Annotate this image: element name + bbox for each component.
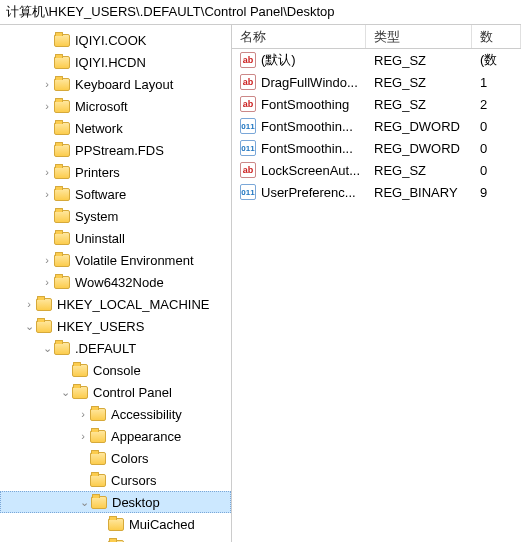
folder-icon [54,100,70,113]
value-type: REG_BINARY [366,185,472,200]
tree-node[interactable]: ⌄HKEY_USERS [0,315,231,337]
tree-node[interactable]: Console [0,359,231,381]
folder-icon [54,78,70,91]
value-row[interactable]: abDragFullWindo...REG_SZ1 [232,71,521,93]
tree-label: Volatile Environment [75,253,194,268]
tree-node[interactable]: ›HKEY_LOCAL_MACHINE [0,293,231,315]
value-name: FontSmoothin... [261,119,353,134]
chevron-down-icon[interactable]: ⌄ [22,320,36,333]
binary-value-icon: 011 [240,118,256,134]
tree-label: Wow6432Node [75,275,164,290]
tree-node[interactable]: IQIYI.HCDN [0,51,231,73]
tree-label: Keyboard Layout [75,77,173,92]
value-name: FontSmoothing [261,97,349,112]
tree-node[interactable]: Uninstall [0,227,231,249]
folder-icon [90,452,106,465]
tree-node[interactable]: ⌄Desktop [0,491,231,513]
tree-node[interactable]: ›Appearance [0,425,231,447]
tree-node[interactable]: Colors [0,447,231,469]
value-row[interactable]: ab(默认)REG_SZ(数 [232,49,521,71]
folder-icon [54,144,70,157]
tree-node[interactable]: ›Microsoft [0,95,231,117]
tree-node[interactable]: System [0,205,231,227]
folder-icon [54,210,70,223]
chevron-right-icon[interactable]: › [76,430,90,442]
chevron-right-icon[interactable]: › [40,254,54,266]
folder-icon [72,386,88,399]
value-name: LockScreenAut... [261,163,360,178]
chevron-right-icon[interactable]: › [40,100,54,112]
tree-node[interactable]: Network [0,117,231,139]
tree-node[interactable]: ›Printers [0,161,231,183]
value-type: REG_SZ [366,163,472,178]
col-name[interactable]: 名称 [232,25,366,48]
value-name: (默认) [261,51,296,69]
binary-value-icon: 011 [240,184,256,200]
folder-icon [72,364,88,377]
value-data: 0 [472,141,521,156]
folder-icon [54,342,70,355]
tree-label: Uninstall [75,231,125,246]
tree-label: Cursors [111,473,157,488]
tree-node[interactable]: WindowMet... [0,535,231,542]
folder-icon [54,254,70,267]
value-row[interactable]: abLockScreenAut...REG_SZ0 [232,159,521,181]
tree-label: HKEY_LOCAL_MACHINE [57,297,209,312]
value-type: REG_DWORD [366,119,472,134]
value-row[interactable]: 011FontSmoothin...REG_DWORD0 [232,137,521,159]
col-type[interactable]: 类型 [366,25,472,48]
chevron-down-icon[interactable]: ⌄ [77,496,91,509]
col-data[interactable]: 数 [472,25,521,48]
value-data: 0 [472,163,521,178]
value-data: 1 [472,75,521,90]
string-value-icon: ab [240,96,256,112]
chevron-right-icon[interactable]: › [40,78,54,90]
folder-icon [54,122,70,135]
tree-node[interactable]: ⌄Control Panel [0,381,231,403]
tree-label: Colors [111,451,149,466]
main-split: IQIYI.COOKIQIYI.HCDN›Keyboard Layout›Mic… [0,25,521,542]
chevron-right-icon[interactable]: › [22,298,36,310]
value-row[interactable]: 011UserPreferenc...REG_BINARY9 [232,181,521,203]
list-header: 名称 类型 数 [232,25,521,49]
chevron-right-icon[interactable]: › [40,188,54,200]
value-row[interactable]: 011FontSmoothin...REG_DWORD0 [232,115,521,137]
tree-node[interactable]: ›Volatile Environment [0,249,231,271]
tree-node[interactable]: ›Wow6432Node [0,271,231,293]
registry-tree[interactable]: IQIYI.COOKIQIYI.HCDN›Keyboard Layout›Mic… [0,25,232,542]
tree-node[interactable]: MuiCached [0,513,231,535]
value-data: 9 [472,185,521,200]
tree-node[interactable]: IQIYI.COOK [0,29,231,51]
chevron-down-icon[interactable]: ⌄ [40,342,54,355]
tree-node[interactable]: ›Software [0,183,231,205]
folder-icon [54,166,70,179]
value-type: REG_SZ [366,75,472,90]
tree-label: Appearance [111,429,181,444]
value-type: REG_DWORD [366,141,472,156]
folder-icon [108,518,124,531]
string-value-icon: ab [240,74,256,90]
value-row[interactable]: abFontSmoothingREG_SZ2 [232,93,521,115]
address-bar[interactable]: 计算机\HKEY_USERS\.DEFAULT\Control Panel\De… [0,0,521,25]
tree-label: Microsoft [75,99,128,114]
value-data: 2 [472,97,521,112]
tree-node[interactable]: ⌄.DEFAULT [0,337,231,359]
chevron-right-icon[interactable]: › [40,166,54,178]
folder-icon [54,56,70,69]
string-value-icon: ab [240,162,256,178]
chevron-right-icon[interactable]: › [40,276,54,288]
folder-icon [54,34,70,47]
tree-label: WindowMet... [129,539,208,543]
value-type: REG_SZ [366,97,472,112]
chevron-down-icon[interactable]: ⌄ [58,386,72,399]
tree-node[interactable]: ›Accessibility [0,403,231,425]
folder-icon [54,232,70,245]
chevron-right-icon[interactable]: › [76,408,90,420]
binary-value-icon: 011 [240,140,256,156]
folder-icon [91,496,107,509]
tree-node[interactable]: PPStream.FDS [0,139,231,161]
folder-icon [36,320,52,333]
tree-node[interactable]: ›Keyboard Layout [0,73,231,95]
tree-node[interactable]: Cursors [0,469,231,491]
tree-label: Software [75,187,126,202]
